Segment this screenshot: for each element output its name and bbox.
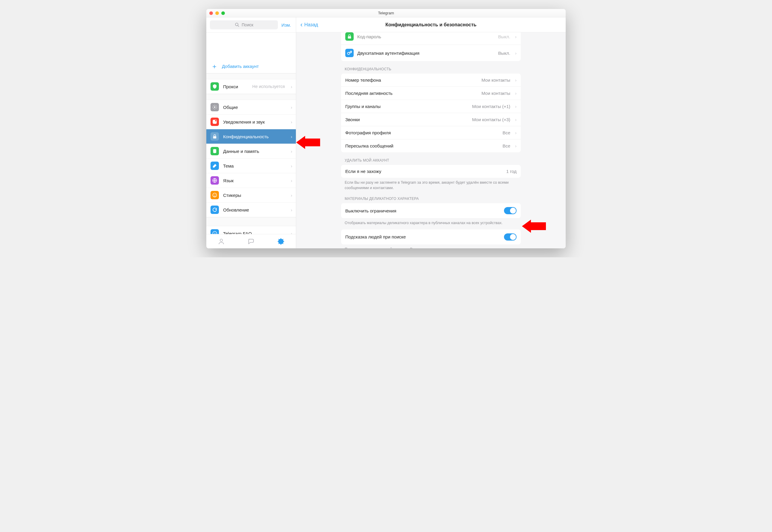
- sidebar-item-label: Язык: [223, 178, 287, 183]
- row-value: Все: [502, 143, 510, 148]
- chevron-right-icon: ›: [291, 163, 292, 168]
- svg-point-4: [215, 120, 217, 121]
- sidebar-item-stickers[interactable]: Стикеры›: [206, 188, 296, 203]
- row-label: Группы и каналы: [345, 104, 468, 109]
- tab-contacts[interactable]: [206, 234, 236, 248]
- add-account-button[interactable]: ＋ Добавить аккаунт: [206, 60, 296, 73]
- svg-point-8: [213, 193, 217, 197]
- search-input[interactable]: Поиск: [210, 20, 278, 29]
- tab-chats[interactable]: [236, 234, 266, 248]
- sidebar-item-proxy[interactable]: Прокси Не используется ›: [206, 79, 296, 94]
- page-title: Конфиденциальность и безопасность: [296, 22, 566, 28]
- sidebar-item-faq[interactable]: ?Telegram FAQ›: [206, 226, 296, 234]
- notifications-icon: [211, 118, 219, 126]
- row-twostep[interactable]: Двухэтапная аутентификацияВыкл.›: [341, 45, 521, 61]
- data-icon: [211, 147, 219, 155]
- security-card: Код-парольВыкл.›Двухэтапная аутентификац…: [341, 32, 521, 61]
- row-suggest-contacts[interactable]: Подсказка людей при поиске: [341, 229, 521, 244]
- chevron-right-icon: ›: [291, 207, 292, 212]
- sidebar-item-general[interactable]: Общие›: [206, 100, 296, 115]
- edit-button[interactable]: Изм.: [280, 22, 292, 28]
- titlebar: Telegram: [206, 9, 566, 17]
- svg-point-9: [214, 194, 215, 195]
- sidebar-item-data[interactable]: Данные и память›: [206, 144, 296, 159]
- row-label: Последняя активность: [345, 91, 478, 96]
- search-placeholder: Поиск: [242, 22, 253, 27]
- row-passcode[interactable]: Код-парольВыкл.›: [341, 32, 521, 45]
- chevron-right-icon: ›: [291, 193, 292, 198]
- sidebar-item-label: Прокси: [223, 84, 248, 89]
- passcode-icon: [345, 32, 354, 41]
- annotation-arrow-toggle: [522, 220, 546, 233]
- sidebar-item-update[interactable]: Обновление›: [206, 203, 296, 217]
- sidebar-item-label: Тема: [223, 163, 287, 168]
- row-value: 1 год: [506, 169, 516, 174]
- row-label: Звонки: [345, 117, 468, 122]
- svg-rect-23: [348, 36, 351, 39]
- svg-line-19: [279, 239, 279, 240]
- row-privacy-1[interactable]: Последняя активностьМои контакты›: [341, 87, 521, 100]
- chevron-right-icon: ›: [291, 84, 292, 89]
- row-value: Мои контакты: [481, 77, 510, 83]
- row-value: Все: [502, 130, 510, 135]
- section-title-privacy: КОНФИДЕНЦИАЛЬНОСТЬ: [341, 61, 521, 74]
- svg-point-0: [236, 23, 238, 26]
- row-disable-filtering[interactable]: Выключить ограничения: [341, 203, 521, 218]
- main-panel: ‹ Назад Конфиденциальность и безопасност…: [296, 17, 566, 248]
- chevron-right-icon: ›: [291, 149, 292, 154]
- row-label: Если я не захожу: [345, 169, 503, 174]
- row-value: Мои контакты (+3): [472, 117, 510, 122]
- chevron-right-icon: ›: [291, 105, 292, 110]
- sidebar-item-privacy[interactable]: Конфиденциальность›: [206, 129, 296, 144]
- sidebar-item-theme[interactable]: Тема›: [206, 159, 296, 173]
- chevron-right-icon: ›: [515, 77, 516, 83]
- row-value: Мои контакты (+1): [472, 104, 510, 109]
- svg-line-22: [282, 239, 283, 240]
- search-icon: [235, 22, 240, 28]
- svg-point-2: [214, 107, 216, 108]
- row-label: Пересылка сообщений: [345, 143, 499, 148]
- general-icon: [211, 103, 219, 111]
- window-title: Telegram: [206, 11, 566, 15]
- delete-card: Если я не захожу 1 год: [341, 165, 521, 178]
- sidebar-scroll: ＋ Добавить аккаунт Прокси Не используетс…: [206, 33, 296, 234]
- sidebar-item-label: Общие: [223, 105, 287, 110]
- sidebar-tabs: [206, 234, 296, 248]
- row-privacy-2[interactable]: Группы и каналыМои контакты (+1)›: [341, 100, 521, 113]
- row-label: Подсказка людей при поиске: [345, 234, 500, 239]
- sidebar-item-language[interactable]: Язык›: [206, 173, 296, 188]
- chevron-right-icon: ›: [291, 134, 292, 139]
- row-label: Двухэтапная аутентификация: [357, 51, 495, 56]
- row-privacy-4[interactable]: Фотография профиляВсе›: [341, 126, 521, 139]
- theme-icon: [211, 162, 219, 170]
- faq-icon: ?: [211, 229, 219, 234]
- section-title-sensitive: МАТЕРИАЛЫ ДЕЛИКАТНОГО ХАРАКТЕРА: [341, 191, 521, 203]
- content-scroll[interactable]: Код-парольВыкл.›Двухэтапная аутентификац…: [296, 32, 566, 248]
- row-label: Выключить ограничения: [345, 208, 500, 213]
- sidebar-item-notifications[interactable]: Уведомления и звук›: [206, 115, 296, 129]
- section-footer-sensitive: Отображать материалы деликатного характе…: [341, 218, 521, 226]
- sidebar-item-label: Обновление: [223, 207, 287, 212]
- annotation-arrow-sidebar: [296, 136, 320, 149]
- svg-point-10: [215, 194, 216, 195]
- chevron-right-icon: ›: [291, 119, 292, 124]
- chevron-right-icon: ›: [515, 34, 516, 39]
- tab-settings[interactable]: [266, 234, 296, 248]
- shield-icon: [211, 82, 219, 91]
- row-privacy-3[interactable]: ЗвонкиМои контакты (+3)›: [341, 113, 521, 126]
- privacy-icon: [211, 132, 219, 141]
- language-icon: [211, 176, 219, 185]
- chevron-right-icon: ›: [515, 117, 516, 122]
- row-label: Код-пароль: [357, 34, 495, 39]
- row-privacy-0[interactable]: Номер телефонаМои контакты›: [341, 74, 521, 87]
- svg-point-13: [220, 239, 223, 241]
- section-footer-suggest: Показывать пользователей, которым Вы час…: [341, 244, 521, 249]
- chevron-right-icon: ›: [291, 178, 292, 183]
- row-account-ttl[interactable]: Если я не захожу 1 год: [341, 165, 521, 178]
- suggest-card: Подсказка людей при поиске: [341, 229, 521, 244]
- svg-point-24: [347, 52, 350, 55]
- svg-line-1: [238, 25, 239, 27]
- row-privacy-5[interactable]: Пересылка сообщенийВсе›: [341, 139, 521, 152]
- toggle-suggest-contacts[interactable]: [504, 233, 516, 241]
- toggle-disable-filtering[interactable]: [504, 207, 516, 214]
